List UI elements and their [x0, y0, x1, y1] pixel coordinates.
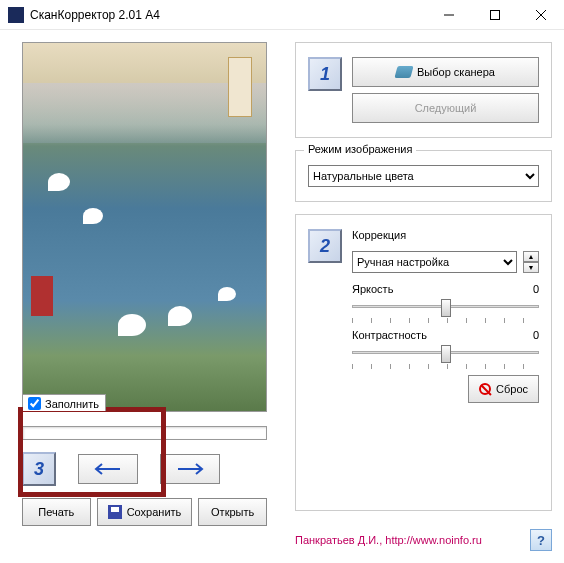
image-mode-group: Режим изображения Натуральные цвета: [295, 150, 552, 202]
preview-image[interactable]: Заполнить: [22, 42, 267, 412]
scanner-icon: [394, 66, 413, 78]
preset-up-button[interactable]: ▲: [523, 251, 539, 262]
artwork-seal-red: [31, 276, 53, 316]
window-title: СканКорректор 2.01 A4: [30, 8, 426, 22]
contrast-value: 0: [533, 329, 539, 341]
open-button[interactable]: Открыть: [198, 498, 267, 526]
save-icon: [108, 505, 122, 519]
left-panel: Заполнить 3 Печать Сохранить Открыть: [12, 42, 277, 551]
help-button[interactable]: ?: [530, 529, 552, 551]
right-panel: 1 Выбор сканера Следующий Режим изображе…: [295, 42, 552, 551]
brightness-label: Яркость: [352, 283, 393, 295]
preset-down-button[interactable]: ▼: [523, 262, 539, 273]
image-mode-select[interactable]: Натуральные цвета: [308, 165, 539, 187]
next-button[interactable]: [160, 454, 220, 484]
reset-button[interactable]: Сброс: [468, 375, 539, 403]
minimize-button[interactable]: [426, 0, 472, 30]
correction-legend: Коррекция: [352, 229, 539, 241]
save-button[interactable]: Сохранить: [97, 498, 193, 526]
svg-rect-1: [491, 10, 500, 19]
step-1-badge: 1: [308, 57, 342, 91]
contrast-slider[interactable]: [352, 343, 539, 369]
credit-link[interactable]: Панкратьев Д.И., http://www.noinfo.ru: [295, 534, 482, 546]
select-scanner-button[interactable]: Выбор сканера: [352, 57, 539, 87]
fill-label: Заполнить: [45, 398, 99, 410]
prev-button[interactable]: [78, 454, 138, 484]
app-icon: [8, 7, 24, 23]
scanner-group: 1 Выбор сканера Следующий: [295, 42, 552, 138]
next-scan-button[interactable]: Следующий: [352, 93, 539, 123]
artwork-seal: [228, 57, 252, 117]
fill-checkbox[interactable]: [28, 397, 41, 410]
maximize-button[interactable]: [472, 0, 518, 30]
correction-preset-select[interactable]: Ручная настройка: [352, 251, 517, 273]
close-button[interactable]: [518, 0, 564, 30]
brightness-slider[interactable]: [352, 297, 539, 323]
titlebar: СканКорректор 2.01 A4: [0, 0, 564, 30]
print-button[interactable]: Печать: [22, 498, 91, 526]
progress-bar: [22, 426, 267, 440]
image-mode-legend: Режим изображения: [304, 143, 416, 155]
step-2-badge: 2: [308, 229, 342, 263]
brightness-value: 0: [533, 283, 539, 295]
contrast-label: Контрастность: [352, 329, 427, 341]
step-3-badge: 3: [22, 452, 56, 486]
fill-checkbox-container[interactable]: Заполнить: [22, 394, 106, 412]
reset-icon: [479, 383, 491, 395]
correction-group: 2 Коррекция Ручная настройка ▲ ▼ Яркость: [295, 214, 552, 511]
